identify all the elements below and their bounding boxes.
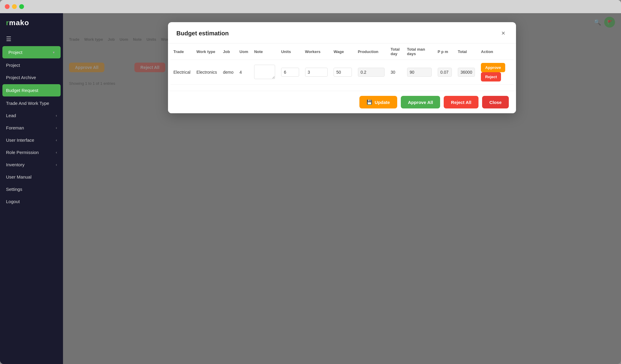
cell-workers[interactable]	[302, 60, 331, 85]
ppm-input	[438, 68, 452, 77]
cell-ppm	[435, 60, 455, 85]
modal-spacer	[168, 85, 516, 91]
th-work-type: Work type	[194, 43, 220, 60]
th-action: Action	[478, 43, 514, 60]
sidebar-item-label: Project Archive	[6, 75, 36, 80]
app-layout: rmako ☰ Project ▾ Project Project Archiv…	[0, 13, 621, 364]
sidebar-item-settings[interactable]: Settings	[0, 183, 63, 195]
th-units: Units	[278, 43, 302, 60]
cell-total-day: 30	[388, 60, 404, 85]
cell-total	[455, 60, 478, 85]
cell-production	[355, 60, 388, 85]
sidebar-item-foreman[interactable]: Foreman ‹	[0, 122, 63, 134]
cell-job: demo	[220, 60, 236, 85]
menu-icon[interactable]: ☰	[0, 32, 63, 46]
th-production: Production	[355, 43, 388, 60]
reject-row-button[interactable]: Reject	[481, 72, 501, 81]
cell-total-man-days	[404, 60, 435, 85]
sidebar-item-project[interactable]: Project ▾	[2, 46, 61, 58]
cell-note[interactable]	[251, 60, 278, 85]
sidebar-item-budget-request[interactable]: Budget Request	[2, 84, 61, 96]
table-header-row: Trade Work type Job Uom Note Units Worke…	[170, 43, 514, 60]
th-total-day: Total day	[388, 43, 404, 60]
budget-estimation-modal: Budget estimation × Trade Work type Job	[168, 22, 516, 113]
workers-input[interactable]	[305, 68, 328, 77]
th-wage: Wage	[331, 43, 355, 60]
chevron-down-icon: ▾	[53, 50, 55, 55]
sidebar-item-label: Inventory	[6, 162, 25, 167]
sidebar-item-project-main[interactable]: Project	[0, 59, 63, 71]
chevron-icon: ‹	[56, 114, 57, 118]
total-input	[458, 68, 475, 77]
sidebar-item-label: Lead	[6, 113, 16, 118]
units-input[interactable]	[281, 68, 299, 77]
app-logo: rmako	[0, 13, 63, 32]
cell-work-type: Electronics	[194, 60, 220, 85]
sidebar-item-logout[interactable]: Logout	[0, 195, 63, 208]
sidebar-item-label: Role Permission	[6, 150, 39, 155]
total-day-value: 30	[391, 70, 395, 75]
modal-title: Budget estimation	[176, 30, 229, 37]
sidebar-item-label: Trade And Work Type	[6, 101, 49, 106]
th-ppm: P p m	[435, 43, 455, 60]
sidebar-item-user-interface[interactable]: User Interface ‹	[0, 134, 63, 146]
modal-header: Budget estimation ×	[168, 22, 516, 43]
modal-footer: 💾 Update Approve All Reject All Close	[168, 91, 516, 113]
th-job: Job	[220, 43, 236, 60]
sidebar-item-lead[interactable]: Lead ‹	[0, 109, 63, 122]
main-content: 🔍 🚩 Trade Work type Job Uom Note Units W…	[63, 13, 621, 364]
th-uom: Uom	[236, 43, 251, 60]
th-note: Note	[251, 43, 278, 60]
sidebar-item-project-archive[interactable]: Project Archive	[0, 71, 63, 84]
sidebar-item-label: Project	[6, 63, 20, 68]
production-input	[358, 68, 385, 77]
chevron-icon: ‹	[56, 163, 57, 167]
table-row: Electrical Electronics demo 4	[170, 60, 514, 85]
th-total: Total	[455, 43, 478, 60]
th-total-man-days: Total man days	[404, 43, 435, 60]
cell-trade: Electrical	[170, 60, 194, 85]
sidebar-item-label: Budget Request	[6, 88, 38, 93]
sidebar-item-role-permission[interactable]: Role Permission ‹	[0, 146, 63, 158]
total-man-days-input	[407, 68, 432, 77]
close-button[interactable]: ×	[499, 28, 508, 38]
cell-uom: 4	[236, 60, 251, 85]
chevron-icon: ‹	[56, 150, 57, 155]
sidebar-item-label: Logout	[6, 199, 20, 204]
sidebar-item-label: User Interface	[6, 138, 34, 143]
sidebar-item-label: User Manual	[6, 174, 32, 179]
save-icon: 💾	[367, 99, 372, 105]
sidebar-item-label: Settings	[6, 187, 22, 192]
traffic-light-green[interactable]	[19, 4, 24, 9]
approve-row-button[interactable]: Approve	[481, 63, 505, 72]
th-trade: Trade	[170, 43, 194, 60]
cell-wage[interactable]	[331, 60, 355, 85]
sidebar-item-label: Project	[8, 50, 22, 55]
traffic-light-red[interactable]	[5, 4, 10, 9]
reject-all-button[interactable]: Reject All	[444, 96, 478, 108]
close-modal-button[interactable]: Close	[482, 96, 509, 108]
browser-titlebar	[0, 0, 621, 13]
cell-action: Approve Reject	[478, 60, 514, 85]
approve-all-button[interactable]: Approve All	[401, 96, 440, 108]
sidebar-item-user-manual[interactable]: User Manual	[0, 171, 63, 183]
th-workers: Workers	[302, 43, 331, 60]
update-label: Update	[375, 100, 390, 105]
budget-table: Trade Work type Job Uom Note Units Worke…	[170, 43, 514, 85]
chevron-icon: ‹	[56, 126, 57, 130]
sidebar-item-inventory[interactable]: Inventory ‹	[0, 158, 63, 171]
sidebar-item-trade-work-type[interactable]: Trade And Work Type	[0, 97, 63, 109]
cell-units[interactable]	[278, 60, 302, 85]
update-button[interactable]: 💾 Update	[359, 96, 397, 108]
note-input[interactable]	[254, 65, 275, 79]
sidebar-item-label: Foreman	[6, 125, 24, 130]
modal-overlay: Budget estimation × Trade Work type Job	[63, 13, 621, 364]
browser-window: rmako ☰ Project ▾ Project Project Archiv…	[0, 0, 621, 364]
modal-table-container: Trade Work type Job Uom Note Units Worke…	[168, 43, 516, 85]
wage-input[interactable]	[334, 68, 352, 77]
sidebar: rmako ☰ Project ▾ Project Project Archiv…	[0, 13, 63, 364]
chevron-icon: ‹	[56, 138, 57, 142]
traffic-light-yellow[interactable]	[12, 4, 17, 9]
